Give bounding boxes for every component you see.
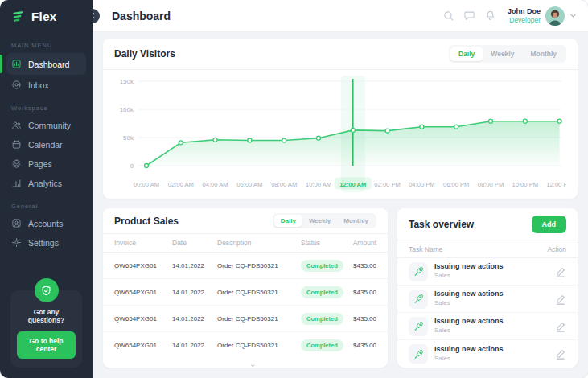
cell-invoice: QW654PXG01 xyxy=(114,315,172,323)
help-question: Got any questions? xyxy=(17,308,76,324)
sidebar-item-label: Accounts xyxy=(28,219,63,228)
task-list: Issuing new actions Sales Issuing new ac… xyxy=(397,258,578,368)
visitors-area-chart: 050k100k150k00:00 AM02:00 AM04:00 AM06:0… xyxy=(114,72,566,195)
sidebar-section: MAIN MENUDashboard Inbox xyxy=(0,42,93,94)
settings-icon xyxy=(11,237,22,248)
header-actions: John Doe Developer xyxy=(442,6,577,26)
edit-icon[interactable] xyxy=(555,266,566,277)
daily-visitors-tabs: DailyWeeklyMonthly xyxy=(449,45,566,63)
user-menu[interactable]: John Doe Developer xyxy=(508,6,577,26)
rocket-icon xyxy=(409,290,428,309)
table-row[interactable]: QW654PXG01 14.01.2022 Order CQ-FDS50321 … xyxy=(103,306,388,332)
cell-invoice: QW654PXG01 xyxy=(114,289,172,296)
add-task-button[interactable]: Add xyxy=(532,216,567,233)
column-header-description: Description xyxy=(217,239,301,247)
calendar-icon xyxy=(11,139,22,150)
sidebar-item-inbox[interactable]: Inbox xyxy=(6,76,86,94)
pages-icon xyxy=(11,158,22,169)
top-header: Dashboard John Doe Developer xyxy=(93,0,588,32)
column-header-date: Date xyxy=(172,239,217,247)
cell-amount: $435.00 xyxy=(346,262,376,269)
edit-icon[interactable] xyxy=(555,321,566,332)
task-list-header: Task Name Action xyxy=(397,240,578,258)
bell-icon[interactable] xyxy=(484,10,496,22)
chat-icon[interactable] xyxy=(463,10,475,22)
table-header: InvoiceDateDescriptionStatusAmount xyxy=(103,234,388,253)
tab-weekly[interactable]: Weekly xyxy=(483,47,522,61)
sidebar-item-accounts[interactable]: Accounts xyxy=(6,214,86,232)
action-column-label: Action xyxy=(547,245,566,253)
cell-date: 14.01.2022 xyxy=(172,315,217,323)
card-title-daily-visitors: Daily Visitors xyxy=(114,48,175,60)
svg-text:50k: 50k xyxy=(123,134,134,142)
cell-invoice: QW654PXG01 xyxy=(114,262,172,269)
cell-status: Completed xyxy=(301,313,346,325)
status-badge: Completed xyxy=(301,313,343,325)
rocket-icon xyxy=(409,262,428,281)
tab-weekly[interactable]: Weekly xyxy=(302,215,337,227)
cell-status: Completed xyxy=(301,339,346,351)
sidebar-item-community[interactable]: Community xyxy=(6,116,86,134)
svg-text:08:00 AM: 08:00 AM xyxy=(271,181,297,188)
sidebar-item-calendar[interactable]: Calendar xyxy=(6,135,86,154)
help-center-button[interactable]: Go to help center xyxy=(17,331,76,359)
table-row[interactable]: QW654PXG01 14.01.2022 Order CQ-FDS50321 … xyxy=(103,332,388,359)
sidebar-item-label: Calendar xyxy=(28,140,63,150)
cell-date: 14.01.2022 xyxy=(172,262,217,269)
content: Daily Visitors DailyWeeklyMonthly 050k10… xyxy=(93,32,588,378)
task-title: Issuing new actions xyxy=(434,317,504,327)
svg-text:12:00 PM: 12:00 PM xyxy=(546,181,566,188)
task-name-column-label: Task Name xyxy=(409,245,443,253)
chevron-down-icon: ⌄ xyxy=(249,360,256,368)
column-header-status: Status xyxy=(301,239,346,247)
task-text: Issuing new actions Sales xyxy=(434,262,504,280)
task-row: Issuing new actions Sales xyxy=(397,286,578,313)
status-badge: Completed xyxy=(301,260,343,272)
edit-icon[interactable] xyxy=(555,348,566,360)
sidebar-item-label: Settings xyxy=(28,238,59,248)
cell-amount: $435.00 xyxy=(346,342,376,349)
sidebar-item-label: Dashboard xyxy=(28,60,69,69)
cell-amount: $435.00 xyxy=(346,315,376,323)
daily-visitors-card: Daily Visitors DailyWeeklyMonthly 050k10… xyxy=(103,39,578,199)
analytics-icon xyxy=(11,178,22,188)
sidebar-section-label: Workspace xyxy=(11,105,81,112)
tab-daily[interactable]: Daily xyxy=(450,47,483,61)
product-sales-tabs: DailyWeeklyMonthly xyxy=(273,213,376,228)
status-badge: Completed xyxy=(301,339,343,351)
table-body: QW654PXG01 14.01.2022 Order CQ-FDS50321 … xyxy=(103,253,388,359)
task-text: Issuing new actions Sales xyxy=(434,317,504,335)
tab-monthly[interactable]: Monthly xyxy=(337,215,375,227)
svg-text:100k: 100k xyxy=(120,106,134,113)
tab-monthly[interactable]: Monthly xyxy=(522,47,565,61)
svg-text:02:00 AM: 02:00 AM xyxy=(168,181,194,188)
user-info: John Doe Developer xyxy=(508,7,541,25)
sidebar-section: WorkspaceCommunity Calendar Pages Analyt… xyxy=(0,105,93,192)
sidebar-item-label: Analytics xyxy=(28,179,62,188)
search-icon[interactable] xyxy=(442,10,454,22)
logo[interactable]: Flex xyxy=(0,0,93,31)
svg-text:08:00 PM: 08:00 PM xyxy=(478,181,504,188)
task-overview-card: Task overview Add Task Name Action Issui… xyxy=(397,208,578,368)
cell-description: Order CQ-FDS50321 xyxy=(217,262,301,269)
community-icon xyxy=(11,120,22,130)
sidebar-item-label: Community xyxy=(28,121,71,130)
tab-daily[interactable]: Daily xyxy=(274,215,302,227)
sidebar-item-analytics[interactable]: Analytics xyxy=(6,174,86,192)
sidebar-item-dashboard[interactable]: Dashboard xyxy=(6,53,86,75)
table-row[interactable]: QW654PXG01 14.01.2022 Order CQ-FDS50321 … xyxy=(103,279,388,306)
sidebar-item-pages[interactable]: Pages xyxy=(6,154,86,173)
table-row[interactable]: QW654PXG01 14.01.2022 Order CQ-FDS50321 … xyxy=(103,253,388,279)
cell-date: 14.01.2022 xyxy=(172,342,217,349)
sidebar-item-settings[interactable]: Settings xyxy=(6,233,86,252)
svg-text:10:00 PM: 10:00 PM xyxy=(512,181,539,188)
svg-text:04:00 PM: 04:00 PM xyxy=(409,181,435,188)
task-subtitle: Sales xyxy=(434,272,504,280)
svg-text:00:00 AM: 00:00 AM xyxy=(134,181,159,188)
sidebar-section-label: MAIN MENU xyxy=(11,42,81,49)
dashboard-icon xyxy=(11,59,22,69)
user-name: John Doe xyxy=(508,7,541,16)
cell-description: Order CQ-FDS50321 xyxy=(217,289,301,296)
cell-description: Order CQ-FDS50321 xyxy=(217,315,301,323)
edit-icon[interactable] xyxy=(555,294,566,305)
